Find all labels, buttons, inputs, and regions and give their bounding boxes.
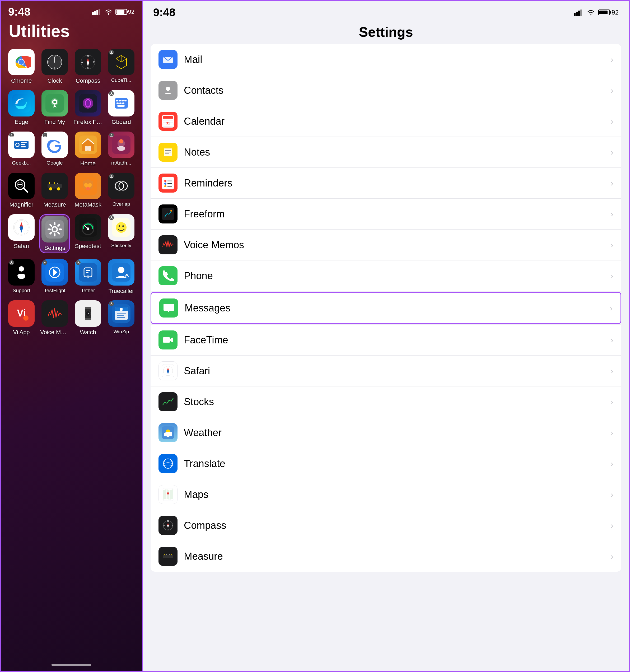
settings-row-reminders[interactable]: Reminders ›	[150, 168, 621, 199]
svg-rect-60	[85, 146, 88, 151]
google-label: Google	[47, 160, 63, 166]
app-winzip[interactable]: WinZip	[106, 301, 137, 336]
app-support[interactable]: Support	[6, 259, 37, 294]
cubeti-label: CubeTi...	[111, 77, 131, 83]
viapp-icon: Vi !	[8, 301, 34, 327]
settings-row-phone[interactable]: Phone ›	[150, 261, 621, 291]
app-edge[interactable]: Edge	[6, 90, 37, 125]
settings-row-measure[interactable]: Measure ›	[150, 541, 621, 572]
translate-chevron: ›	[610, 459, 613, 469]
gboard-icon	[108, 90, 135, 117]
app-metamask[interactable]: MetaMask	[73, 173, 103, 208]
geekbench-icon	[8, 131, 34, 158]
svg-rect-133	[85, 318, 91, 320]
battery-icon: 92	[116, 8, 135, 15]
winzip-icon	[108, 301, 135, 327]
app-speedtest[interactable]: Speedtest	[73, 214, 103, 253]
app-chrome[interactable]: Chrome	[6, 49, 37, 84]
edge-icon	[8, 90, 34, 117]
svg-rect-46	[119, 102, 122, 104]
settings-row-maps[interactable]: Maps ›	[150, 479, 621, 510]
settings-battery-num: 92	[611, 9, 619, 16]
settings-row-weather[interactable]: Weather ›	[150, 417, 621, 448]
settings-status-bar: 9:48 92	[143, 1, 629, 19]
settings-row-voicememos[interactable]: Voice Memos ›	[150, 230, 621, 261]
svg-point-35	[53, 101, 56, 103]
app-safari[interactable]: Safari	[6, 214, 37, 253]
settings-compass-label: Compass	[184, 520, 604, 531]
messages-label: Messages	[185, 303, 603, 314]
svg-point-151	[166, 87, 170, 91]
settings-row-mail[interactable]: Mail ›	[150, 44, 621, 75]
svg-point-165	[164, 183, 166, 185]
phone-chevron: ›	[610, 271, 613, 281]
settings-home-label: Settings	[44, 245, 65, 251]
svg-rect-44	[124, 100, 126, 101]
settings-row-compass[interactable]: NESW Compass ›	[150, 510, 621, 541]
app-maadh[interactable]: mAadh...	[106, 131, 137, 167]
iphone-status-icons: 92	[92, 8, 135, 15]
svg-rect-1	[94, 11, 96, 15]
settings-row-freeform[interactable]: Freeform ›	[150, 199, 621, 230]
magnifier-label: Magnifier	[9, 201, 33, 208]
settings-row-safari[interactable]: Safari ›	[150, 356, 621, 386]
firefox-icon	[75, 90, 101, 117]
app-magnifier[interactable]: Magnifier	[6, 173, 37, 208]
app-home[interactable]: Home	[73, 131, 103, 167]
settings-row-translate[interactable]: Translate ›	[150, 448, 621, 479]
truecaller-label: Truecaller	[108, 288, 134, 294]
app-gboard[interactable]: Gboard	[106, 90, 137, 125]
app-cubeti[interactable]: CubeTi...	[106, 49, 137, 84]
svg-text:W: W	[81, 61, 83, 64]
maps-icon	[159, 485, 177, 504]
firefox-label: Firefox Focus	[73, 119, 102, 125]
app-stickerly[interactable]: Sticker.ly	[106, 214, 137, 253]
app-geekbench[interactable]: Geekb...	[6, 131, 37, 167]
measure-chevron: ›	[610, 552, 613, 561]
maadh-label: mAadh...	[111, 160, 131, 166]
settings-page-title: Settings	[143, 19, 629, 44]
gboard-label: Gboard	[112, 119, 131, 125]
app-tether[interactable]: Tether	[73, 259, 103, 294]
reminders-icon	[159, 173, 177, 193]
svg-text:N: N	[87, 54, 89, 57]
svg-point-112	[122, 225, 124, 227]
translate-label: Translate	[184, 458, 604, 470]
app-voicememos[interactable]: Voice Memos	[39, 301, 70, 336]
wifi-icon	[104, 9, 113, 15]
svg-rect-41	[116, 100, 118, 101]
voicememos-home-icon	[42, 301, 68, 327]
settings-row-stocks[interactable]: Stocks ›	[150, 386, 621, 417]
app-truecaller[interactable]: Truecaller	[106, 259, 137, 294]
app-overlap[interactable]: Overlap	[106, 173, 137, 208]
app-clock[interactable]: 12 3 6 9 Clock	[39, 49, 70, 84]
settings-row-messages[interactable]: Messages ›	[150, 292, 621, 324]
svg-text:6: 6	[54, 67, 55, 69]
settings-row-contacts[interactable]: Contacts ›	[150, 75, 621, 106]
phone-icon	[159, 266, 177, 285]
app-viapp[interactable]: Vi ! Vi App	[6, 301, 37, 336]
settings-row-facetime[interactable]: FaceTime ›	[150, 325, 621, 356]
settings-row-notes[interactable]: Notes ›	[150, 137, 621, 168]
app-findmy[interactable]: Find My	[39, 90, 70, 125]
app-testflight[interactable]: TestFlight	[39, 259, 70, 294]
app-settings[interactable]: Settings	[39, 214, 70, 253]
calendar-label: Calendar	[184, 116, 604, 127]
app-measure[interactable]: Measure	[39, 173, 70, 208]
svg-rect-42	[119, 100, 121, 101]
svg-rect-101	[54, 233, 55, 236]
maps-label: Maps	[184, 489, 604, 500]
svg-rect-176	[163, 337, 170, 343]
settings-row-calendar[interactable]: 31 Calendar ›	[150, 106, 621, 137]
iphone-time: 9:48	[8, 5, 30, 18]
svg-point-17	[54, 62, 55, 63]
app-firefox[interactable]: Firefox Focus	[73, 90, 103, 125]
svg-text:31: 31	[166, 121, 170, 125]
truecaller-icon	[108, 259, 135, 286]
safari-home-icon	[8, 214, 34, 241]
svg-rect-3	[99, 9, 100, 15]
svg-rect-122	[86, 272, 89, 273]
app-compass[interactable]: N E S W Compass	[73, 49, 103, 84]
app-watch[interactable]: Watch	[73, 301, 103, 336]
app-google[interactable]: Google	[39, 131, 70, 167]
